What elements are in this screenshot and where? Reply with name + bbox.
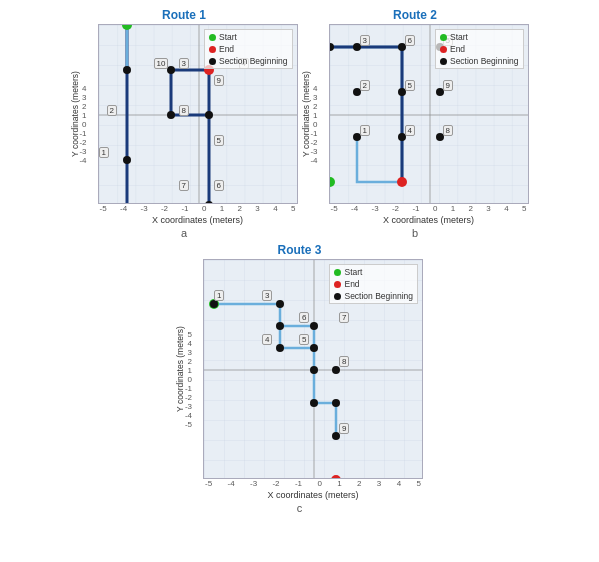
route1-legend: Start End Section Beginning	[204, 29, 293, 69]
route2-x-ticks: -5 -4 -3 -2 -1 0 1 2 3 4 5	[329, 204, 529, 213]
r3-start-dot	[334, 269, 341, 276]
route3-legend: Start End Section Beginning	[329, 264, 418, 304]
r3-section-dot	[334, 293, 341, 300]
r3-end-dot	[334, 281, 341, 288]
s3-label: 10	[154, 58, 169, 69]
route2-legend: Start End Section Beginning	[435, 29, 524, 69]
r2-s5: 5	[405, 80, 415, 91]
r2-s3: 1	[360, 125, 370, 136]
r3-s1: 1	[214, 290, 224, 301]
svg-point-15	[397, 177, 407, 187]
svg-point-33	[276, 322, 284, 330]
route3-title: Route 3	[277, 243, 321, 257]
legend-section-label: Section Beginning	[219, 56, 288, 66]
svg-point-5	[123, 66, 131, 74]
r3-s6: 7	[339, 312, 349, 323]
r2-s2: 2	[360, 80, 370, 91]
s4-label: 3	[179, 58, 189, 69]
route1-sublabel: a	[181, 227, 187, 239]
legend-section: Section Beginning	[209, 56, 288, 66]
s2-label: 2	[107, 105, 117, 116]
route3-x-label: X coordinates (meters)	[267, 490, 358, 500]
top-charts-row: Route 1 4 3 2 1 0 -1 -2 -3 -4 Y coordina…	[8, 8, 591, 239]
r2-end-dot	[440, 46, 447, 53]
route3-container: Route 3 5 4 3 2 1 0 -1 -2 -3 -4 -5 Y coo…	[176, 243, 423, 514]
r2-section-dot	[440, 58, 447, 65]
r3-s2: 3	[262, 290, 272, 301]
s1-label: 1	[99, 147, 109, 158]
r3-legend-start: Start	[334, 267, 413, 277]
route3-inner: 5 4 3 2 1 0 -1 -2 -3 -4 -5 Y coordinates…	[176, 259, 423, 500]
legend-start-label: Start	[219, 32, 237, 42]
r3-s5: 5	[299, 334, 309, 345]
route2-plot: 3 2 1 6 5 4 5 9 8 Start	[329, 24, 529, 204]
route2-inner: 4 3 2 1 0 -1 -2 -3 -4 Y coordinates (met…	[302, 24, 529, 225]
r3-legend-start-label: Start	[344, 267, 362, 277]
svg-point-38	[310, 399, 318, 407]
r2-s1: 3	[360, 35, 370, 46]
route1-plot: 1 2 10 3 9 4 8 5 7 6	[98, 24, 298, 204]
r2-legend-section: Section Beginning	[440, 56, 519, 66]
end-dot	[209, 46, 216, 53]
svg-point-7	[167, 111, 175, 119]
r3-s7: 8	[339, 356, 349, 367]
svg-point-8	[205, 111, 213, 119]
r2-s4: 6	[405, 35, 415, 46]
r2-legend-section-label: Section Beginning	[450, 56, 519, 66]
r3-legend-end-label: End	[344, 279, 359, 289]
s7-label: 8	[179, 105, 189, 116]
section-dot	[209, 58, 216, 65]
r3-legend-section: Section Beginning	[334, 291, 413, 301]
s8-label: 5	[214, 135, 224, 146]
r2-legend-end-label: End	[450, 44, 465, 54]
r3-legend-end: End	[334, 279, 413, 289]
svg-point-35	[310, 322, 318, 330]
route1-title: Route 1	[162, 8, 206, 22]
route1-container: Route 1 4 3 2 1 0 -1 -2 -3 -4 Y coordina…	[71, 8, 298, 239]
legend-end: End	[209, 44, 288, 54]
r3-s4: 6	[299, 312, 309, 323]
route2-container: Route 2 4 3 2 1 0 -1 -2 -3 -4 Y coordina…	[302, 8, 529, 239]
route1-y-label: Y coordinates (meters)	[70, 71, 80, 157]
route3-plot: 1 3 4 6 5 7 8 9 Start	[203, 259, 423, 479]
r2-legend-start-label: Start	[450, 32, 468, 42]
r2-legend-end: End	[440, 44, 519, 54]
legend-start: Start	[209, 32, 288, 42]
r3-legend-section-label: Section Beginning	[344, 291, 413, 301]
svg-point-39	[332, 366, 340, 374]
svg-point-34	[276, 344, 284, 352]
svg-point-37	[310, 366, 318, 374]
svg-point-32	[276, 300, 284, 308]
r2-s6: 4	[405, 125, 415, 136]
s5-label: 9	[214, 75, 224, 86]
route2-x-label: X coordinates (meters)	[383, 215, 474, 225]
route3-x-ticks: -5 -4 -3 -2 -1 0 1 2 3 4 5	[203, 479, 423, 488]
route2-title: Route 2	[393, 8, 437, 22]
r2-legend-start: Start	[440, 32, 519, 42]
svg-point-10	[123, 156, 131, 164]
legend-end-label: End	[219, 44, 234, 54]
r2-start-dot	[440, 34, 447, 41]
svg-point-36	[310, 344, 318, 352]
bottom-charts-row: Route 3 5 4 3 2 1 0 -1 -2 -3 -4 -5 Y coo…	[8, 243, 591, 514]
route1-x-ticks: -5 -4 -3 -2 -1 0 1 2 3 4 5	[98, 204, 298, 213]
svg-point-40	[332, 399, 340, 407]
start-dot	[209, 34, 216, 41]
route2-y-label: Y coordinates (meters)	[301, 71, 311, 157]
r2-s8: 9	[443, 80, 453, 91]
route1-inner: 4 3 2 1 0 -1 -2 -3 -4 Y coordinates (met…	[71, 24, 298, 225]
svg-point-31	[210, 300, 218, 308]
route3-y-label: Y coordinates (meters)	[175, 326, 185, 412]
r3-s8: 9	[339, 423, 349, 434]
s9-label: 7	[179, 180, 189, 191]
r3-s3: 4	[262, 334, 272, 345]
route1-x-label: X coordinates (meters)	[152, 215, 243, 225]
route2-sublabel: b	[412, 227, 418, 239]
s10-label: 6	[214, 180, 224, 191]
route3-sublabel: c	[297, 502, 303, 514]
r2-s9: 8	[443, 125, 453, 136]
